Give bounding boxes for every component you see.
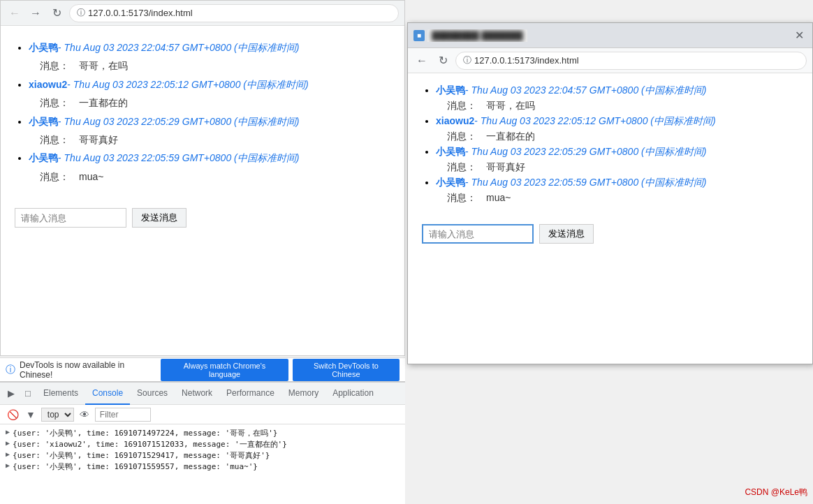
message-item: 小吴鸭- Thu Aug 03 2023 22:05:59 GMT+0800 (…: [29, 150, 390, 184]
tab-application[interactable]: Application: [325, 383, 381, 405]
overlay-url-text: 127.0.0.1:5173/index.html: [474, 55, 579, 66]
console-expand-icon[interactable]: ▶: [6, 450, 10, 458]
message-header: xiaowu2- Thu Aug 03 2023 22:05:12 GMT+08…: [436, 115, 798, 128]
lock-icon: ⓘ: [77, 7, 85, 19]
console-text: {user: 'xiaowu2', time: 1691071512033, m…: [13, 439, 287, 450]
overlay-tab-title[interactable]: ████████ ███████: [427, 29, 527, 42]
message-body: 消息： mua~: [40, 169, 390, 184]
devtools-tabs-bar: ▶ □ Elements Console Sources Network Per…: [0, 383, 405, 405]
message-header: 小吴鸭- Thu Aug 03 2023 22:05:59 GMT+0800 (…: [436, 177, 798, 189]
forward-button[interactable]: →: [27, 5, 44, 22]
devtools-inspect-icon[interactable]: □: [20, 385, 36, 402]
csdn-watermark: CSDN @KeLe鸭: [745, 487, 807, 498]
tab-network[interactable]: Network: [175, 383, 219, 405]
console-line: ▶{user: '小吴鸭', time: 1691071559557, mess…: [6, 461, 400, 472]
console-line: ▶{user: '小吴鸭', time: 1691071497224, mess…: [6, 428, 400, 438]
console-line: ▶{user: '小吴鸭', time: 1691071529417, mess…: [6, 450, 400, 461]
devtools-panel: ▶ □ Elements Console Sources Network Per…: [0, 381, 405, 504]
clear-console-button[interactable]: 🚫: [6, 408, 20, 422]
message-header: 小吴鸭- Thu Aug 03 2023 22:05:29 GMT+0800 (…: [29, 114, 390, 129]
overlay-lock-icon: ⓘ: [463, 54, 471, 66]
devtools-notification-bar: ⓘ DevTools is now available in Chinese! …: [0, 357, 405, 381]
overlay-browser-content: 小吴鸭- Thu Aug 03 2023 22:04:57 GMT+0800 (…: [408, 73, 812, 218]
message-item: 小吴鸭- Thu Aug 03 2023 22:04:57 GMT+0800 (…: [29, 40, 390, 74]
message-body: 消息： 哥哥，在吗: [40, 58, 390, 73]
refresh-button[interactable]: ↻: [48, 5, 65, 22]
message-item: 小吴鸭- Thu Aug 03 2023 22:04:57 GMT+0800 (…: [436, 84, 798, 112]
message-item: 小吴鸭- Thu Aug 03 2023 22:05:59 GMT+0800 (…: [436, 177, 798, 205]
main-message-input[interactable]: [15, 208, 126, 228]
switch-devtools-button[interactable]: Switch DevTools to Chinese: [293, 359, 400, 381]
console-text: {user: '小吴鸭', time: 1691071497224, messa…: [13, 428, 277, 438]
overlay-address-bar[interactable]: ⓘ 127.0.0.1:5173/index.html: [455, 52, 807, 70]
console-text: {user: '小吴鸭', time: 1691071529417, messa…: [13, 450, 270, 461]
overlay-titlebar: ■ ████████ ███████ ✕: [408, 23, 812, 48]
message-body: 消息： 哥哥，在吗: [447, 100, 798, 112]
main-input-area: 发送消息: [1, 201, 404, 235]
devtools-cursor-icon[interactable]: ▶: [3, 385, 20, 402]
tab-performance[interactable]: Performance: [219, 383, 281, 405]
message-header: 小吴鸭- Thu Aug 03 2023 22:04:57 GMT+0800 (…: [29, 40, 390, 55]
context-select[interactable]: top: [41, 408, 74, 422]
message-header: xiaowu2- Thu Aug 03 2023 22:05:12 GMT+08…: [29, 77, 390, 92]
tab-console[interactable]: Console: [85, 383, 130, 405]
message-item: 小吴鸭- Thu Aug 03 2023 22:05:29 GMT+0800 (…: [436, 146, 798, 174]
message-item: xiaowu2- Thu Aug 03 2023 22:05:12 GMT+08…: [436, 115, 798, 143]
overlay-input-area: 发送消息: [408, 218, 812, 249]
tab-elements[interactable]: Elements: [36, 383, 85, 405]
url-text: 127.0.0.1:5173/index.html: [88, 8, 193, 18]
console-expand-icon[interactable]: ▶: [6, 439, 10, 447]
address-bar[interactable]: ⓘ 127.0.0.1:5173/index.html: [69, 4, 399, 22]
message-body: 消息： 一直都在的: [447, 131, 798, 143]
message-header: 小吴鸭- Thu Aug 03 2023 22:05:59 GMT+0800 (…: [29, 150, 390, 165]
overlay-tab-area: ████████ ███████: [427, 29, 789, 42]
console-line: ▶{user: 'xiaowu2', time: 1691071512033, …: [6, 439, 400, 450]
message-body: 消息： 哥哥真好: [447, 161, 798, 174]
tab-memory[interactable]: Memory: [281, 383, 325, 405]
overlay-refresh-button[interactable]: ↻: [434, 52, 451, 69]
message-body: 消息： 哥哥真好: [40, 132, 390, 147]
console-output-area: ▶{user: '小吴鸭', time: 1691071497224, mess…: [0, 424, 405, 504]
eye-icon-button[interactable]: 👁: [78, 408, 91, 422]
overlay-close-button[interactable]: ✕: [792, 27, 807, 43]
overlay-browser-window: ■ ████████ ███████ ✕ ← ↻ ⓘ 127.0.0.1:517…: [407, 22, 813, 364]
match-language-button[interactable]: Always match Chrome's language: [161, 359, 288, 381]
main-browser-content: 小吴鸭- Thu Aug 03 2023 22:04:57 GMT+0800 (…: [1, 26, 404, 201]
overlay-send-button[interactable]: 发送消息: [539, 224, 594, 244]
devtools-console-toolbar: 🚫 ▼ top 👁: [0, 405, 405, 424]
overlay-favicon: ■: [413, 30, 425, 41]
message-item: 小吴鸭- Thu Aug 03 2023 22:05:29 GMT+0800 (…: [29, 114, 390, 148]
console-expand-icon[interactable]: ▶: [6, 428, 10, 436]
console-filter-input[interactable]: [95, 408, 151, 422]
main-send-button[interactable]: 发送消息: [132, 208, 186, 228]
overlay-message-input[interactable]: [422, 224, 534, 244]
overlay-back-button[interactable]: ←: [413, 52, 430, 69]
message-item: xiaowu2- Thu Aug 03 2023 22:05:12 GMT+08…: [29, 77, 390, 111]
filter-toggle-button[interactable]: ▼: [24, 408, 37, 422]
message-header: 小吴鸭- Thu Aug 03 2023 22:04:57 GMT+0800 (…: [436, 84, 798, 97]
info-icon: ⓘ: [6, 364, 15, 376]
tab-sources[interactable]: Sources: [130, 383, 175, 405]
message-body: 消息： 一直都在的: [40, 95, 390, 110]
overlay-message-list: 小吴鸭- Thu Aug 03 2023 22:04:57 GMT+0800 (…: [422, 84, 798, 205]
main-browser-window: ← → ↻ ⓘ 127.0.0.1:5173/index.html 小吴鸭- T…: [0, 0, 405, 356]
message-header: 小吴鸭- Thu Aug 03 2023 22:05:29 GMT+0800 (…: [436, 146, 798, 158]
console-expand-icon[interactable]: ▶: [6, 461, 10, 469]
console-text: {user: '小吴鸭', time: 1691071559557, messa…: [13, 461, 258, 472]
overlay-toolbar: ← ↻ ⓘ 127.0.0.1:5173/index.html: [408, 48, 812, 73]
devtools-bar-text: DevTools is now available in Chinese!: [20, 360, 156, 380]
back-button[interactable]: ←: [6, 5, 23, 22]
main-browser-toolbar: ← → ↻ ⓘ 127.0.0.1:5173/index.html: [1, 1, 404, 26]
message-list: 小吴鸭- Thu Aug 03 2023 22:04:57 GMT+0800 (…: [15, 40, 390, 184]
message-body: 消息： mua~: [447, 192, 798, 205]
